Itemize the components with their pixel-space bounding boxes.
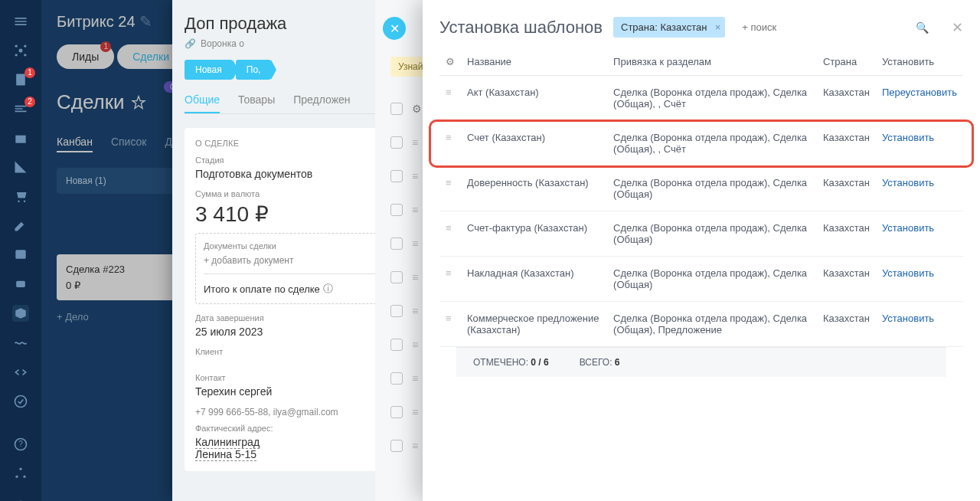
drag-icon[interactable]: ≡ [412, 271, 418, 283]
drag-icon[interactable]: ≡ [412, 170, 418, 182]
drag-icon[interactable]: ≡ [412, 406, 418, 418]
search-icon[interactable]: 🔍 [916, 21, 929, 34]
deal-total-line: Итого к оплате по сделкеⓘ [204, 273, 386, 296]
code-icon[interactable] [12, 365, 29, 380]
drag-icon[interactable]: ≡ [412, 136, 418, 149]
row-handle[interactable]: ≡ [439, 302, 461, 347]
table-row[interactable]: ≡Коммерческое предложение (Казахстан)Сде… [439, 302, 963, 347]
row-handle[interactable]: ≡ [439, 257, 461, 302]
drag-icon[interactable]: ≡ [412, 237, 418, 250]
checkbox[interactable] [390, 170, 403, 182]
row-binding: Сделка (Воронка отдела продаж), Сделка (… [607, 121, 817, 166]
lines-badge: 2 [24, 97, 35, 107]
chip-remove-icon[interactable]: × [715, 21, 721, 33]
row-name: Счет-фактура (Казахстан) [461, 211, 607, 257]
modal-title: Установка шаблонов [439, 18, 603, 38]
drag-icon[interactable]: ≡ [412, 339, 418, 351]
checkbox[interactable] [390, 237, 403, 250]
col-country[interactable]: Страна [817, 48, 876, 76]
drag-icon[interactable]: ≡ [412, 204, 418, 216]
svg-point-2 [24, 45, 26, 47]
add-document-link[interactable]: + добавить документ [204, 255, 386, 266]
chart-icon[interactable] [12, 159, 29, 175]
svg-point-11 [15, 396, 27, 408]
box-icon[interactable] [12, 305, 29, 322]
table-row[interactable]: ≡Накладная (Казахстан)Сделка (Воронка от… [439, 257, 963, 302]
address-city[interactable]: Калининград [195, 436, 260, 449]
contact-name[interactable]: Терехин сергей [195, 385, 394, 398]
row-action[interactable]: Установить [876, 121, 963, 166]
menu-icon[interactable] [12, 14, 29, 29]
help-icon[interactable]: ? [12, 437, 29, 452]
row-action[interactable]: Установить [876, 211, 963, 257]
stage-pill-2[interactable]: По, [236, 60, 272, 80]
checkbox[interactable] [390, 305, 403, 317]
gear-icon[interactable]: ⚙ [446, 56, 455, 67]
templates-table: ⚙ Название Привязка к разделам Страна Ус… [439, 48, 963, 347]
table-row[interactable]: ≡Счет-фактура (Казахстан)Сделка (Воронка… [439, 211, 963, 257]
checkbox[interactable] [390, 339, 403, 351]
row-action[interactable]: Установить [876, 302, 963, 347]
building-icon[interactable] [12, 130, 29, 146]
col-install[interactable]: Установить [876, 48, 963, 76]
drag-icon[interactable]: ≡ [412, 372, 418, 385]
doc-badge: 1 [24, 67, 35, 78]
drag-icon[interactable]: ≡ [412, 440, 418, 452]
checkbox[interactable] [390, 372, 403, 385]
check-circle-icon[interactable] [12, 394, 29, 409]
row-country: Казахстан [817, 257, 876, 302]
stage-pills: Новая По, [185, 60, 405, 80]
lines-icon[interactable]: 2 [12, 101, 29, 116]
row-handle[interactable]: ≡ [439, 76, 461, 121]
svg-point-3 [15, 54, 18, 56]
address-street[interactable]: Ленина 5-15 [195, 448, 256, 461]
search-input[interactable] [742, 21, 916, 33]
contact-icon[interactable] [12, 247, 29, 262]
detail-tab-offers[interactable]: Предложен [293, 93, 350, 113]
wave-icon[interactable] [12, 336, 29, 351]
svg-text:?: ? [18, 440, 23, 448]
row-action[interactable]: Переустановить [876, 76, 963, 121]
row-country: Казахстан [817, 166, 876, 211]
settings-icon[interactable] [12, 495, 29, 501]
checkbox[interactable] [390, 103, 403, 115]
row-country: Казахстан [817, 302, 876, 347]
row-handle[interactable]: ≡ [439, 166, 461, 211]
row-action[interactable]: Установить [876, 257, 963, 302]
edit-icon[interactable] [12, 218, 29, 233]
checkbox[interactable] [390, 136, 403, 149]
detail-tab-general[interactable]: Общие [185, 93, 220, 113]
drag-icon[interactable]: ≡ [412, 305, 418, 317]
svg-rect-10 [16, 281, 25, 287]
info-icon[interactable]: ⓘ [323, 282, 333, 296]
table-row[interactable]: ≡Счет (Казахстан)Сделка (Воронка отдела … [439, 121, 963, 166]
stage-pill-1[interactable]: Новая [185, 60, 233, 80]
sitemap-icon[interactable] [12, 466, 29, 481]
col-gear[interactable]: ⚙ [439, 48, 461, 76]
svg-point-4 [24, 54, 26, 56]
row-handle[interactable]: ≡ [439, 211, 461, 257]
table-row[interactable]: ≡Акт (Казахстан)Сделка (Воронка отдела п… [439, 76, 963, 121]
checkbox[interactable] [390, 406, 403, 418]
row-handle[interactable]: ≡ [439, 121, 461, 166]
cart-icon[interactable] [12, 188, 29, 204]
checkbox[interactable] [390, 204, 403, 216]
filter-chip[interactable]: Страна: Казахстан× [613, 17, 725, 38]
row-country: Казахстан [817, 211, 876, 257]
network-icon[interactable] [12, 43, 29, 58]
table-row[interactable]: ≡Доверенность (Казахстан)Сделка (Воронка… [439, 166, 963, 211]
col-binding[interactable]: Привязка к разделам [607, 48, 817, 76]
detail-tab-products[interactable]: Товары [238, 93, 275, 113]
row-country: Казахстан [817, 76, 876, 121]
deal-breadcrumb[interactable]: 🔗Воронка о [185, 38, 405, 49]
close-button[interactable]: ✕ [383, 17, 406, 40]
modal-close-icon[interactable]: ✕ [952, 19, 963, 36]
doc-icon[interactable]: 1 [12, 72, 29, 87]
contact-phone[interactable]: +7 999 666-55-88, ilya@gmail.com [195, 407, 394, 418]
col-name[interactable]: Название [461, 48, 607, 76]
checkbox[interactable] [390, 440, 403, 452]
robot-icon[interactable] [12, 276, 29, 291]
row-action[interactable]: Установить [876, 166, 963, 211]
gear-icon[interactable]: ⚙ [412, 103, 422, 115]
checkbox[interactable] [390, 271, 403, 283]
